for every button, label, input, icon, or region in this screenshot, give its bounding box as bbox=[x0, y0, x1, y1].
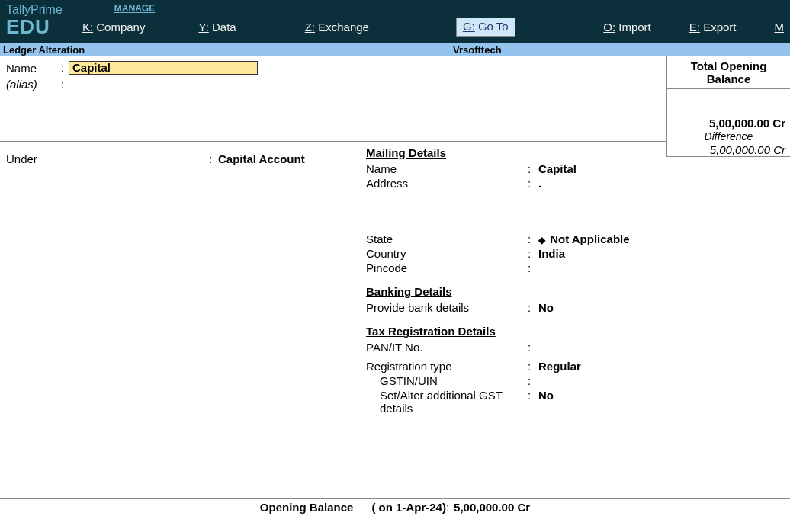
context-mode: Ledger Alteration bbox=[3, 43, 453, 56]
opening-difference-value: 5,00,000.00 Cr bbox=[667, 143, 790, 156]
opening-balance-value: 5,00,000.00 Cr bbox=[667, 117, 785, 130]
diamond-icon: ◆ bbox=[538, 235, 545, 245]
ledger-name-input[interactable]: Capital bbox=[69, 61, 258, 75]
banking-details-section: Banking Details Provide bank details:No bbox=[358, 280, 790, 320]
opening-balance-title: Total Opening Balance bbox=[667, 56, 790, 89]
mailing-state[interactable]: ◆ Not Applicable bbox=[538, 232, 630, 245]
menu-exchange[interactable]: Z: Exchange bbox=[297, 18, 377, 37]
tax-title: Tax Registration Details bbox=[366, 325, 782, 338]
footer-opening-balance-value[interactable]: 5,00,000.00 Cr bbox=[454, 501, 530, 514]
banking-title: Banking Details bbox=[366, 285, 782, 298]
menu-export[interactable]: E: Export bbox=[682, 18, 744, 37]
right-column: Total Opening Balance 5,00,000.00 Cr Dif… bbox=[358, 56, 790, 515]
brand-edu: EDU bbox=[6, 15, 50, 39]
manage-link[interactable]: MANAGE bbox=[114, 3, 155, 14]
context-bar: Ledger Alteration Vrsofttech bbox=[0, 43, 790, 56]
app-topbar: TallyPrime MANAGE EDU K: Company Y: Data… bbox=[0, 0, 790, 43]
provide-bank-details[interactable]: No bbox=[538, 301, 554, 314]
set-alter-gst-details[interactable]: No bbox=[538, 389, 554, 415]
mailing-country[interactable]: India bbox=[538, 247, 565, 260]
under-label: Under bbox=[6, 152, 209, 165]
mailing-address[interactable]: . bbox=[538, 177, 541, 190]
footer-label: Opening Balance bbox=[260, 501, 354, 514]
opening-difference-label: Difference bbox=[667, 130, 790, 143]
alias-label: (alias) bbox=[6, 78, 61, 91]
tax-registration-section: Tax Registration Details PAN/IT No.: Reg… bbox=[358, 320, 790, 421]
menu-goto[interactable]: G: Go To bbox=[456, 18, 515, 37]
total-opening-balance-box: Total Opening Balance 5,00,000.00 Cr Dif… bbox=[666, 56, 790, 157]
name-label: Name bbox=[6, 62, 61, 75]
menu-company[interactable]: K: Company bbox=[75, 18, 153, 37]
mailing-name[interactable]: Capital bbox=[538, 162, 576, 175]
menu-data[interactable]: Y: Data bbox=[191, 18, 243, 37]
body-area: Name : Capital (alias) : Under : Capital… bbox=[0, 56, 790, 515]
opening-balance-footer: Opening Balance ( on 1-Apr-24) : 5,00,00… bbox=[0, 498, 790, 515]
context-company: Vrsofttech bbox=[453, 43, 502, 56]
menu-more[interactable]: M bbox=[767, 18, 785, 37]
mailing-details-section: Mailing Details Name:Capital Address:. S… bbox=[358, 142, 790, 280]
registration-type[interactable]: Regular bbox=[538, 360, 581, 373]
menu-import[interactable]: O: Import bbox=[596, 18, 659, 37]
footer-date: ( on 1-Apr-24) bbox=[371, 501, 446, 514]
left-column: Name : Capital (alias) : Under : Capital… bbox=[0, 56, 358, 515]
under-value[interactable]: Capital Account bbox=[218, 152, 305, 165]
